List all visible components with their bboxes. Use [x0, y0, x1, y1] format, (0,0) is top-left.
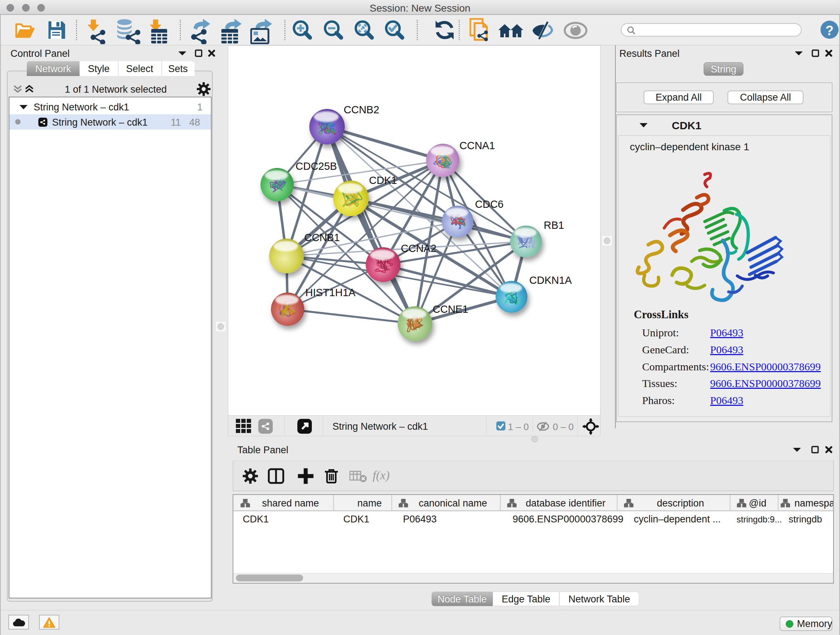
- svg-text:HIST1H1A: HIST1H1A: [305, 287, 355, 298]
- svg-text:CCNE1: CCNE1: [433, 303, 468, 315]
- svg-text:CCNB2: CCNB2: [344, 104, 379, 116]
- svg-text:CDC6: CDC6: [475, 198, 504, 210]
- svg-text:CCNA2: CCNA2: [401, 242, 436, 254]
- svg-text:CCNB1: CCNB1: [304, 232, 340, 243]
- svg-text:CDK1: CDK1: [369, 174, 397, 186]
- svg-text:CCNA1: CCNA1: [459, 140, 495, 151]
- svg-text:CDKN1A: CDKN1A: [529, 274, 572, 286]
- svg-text:CDC25B: CDC25B: [295, 160, 337, 172]
- svg-text:RB1: RB1: [544, 219, 564, 231]
